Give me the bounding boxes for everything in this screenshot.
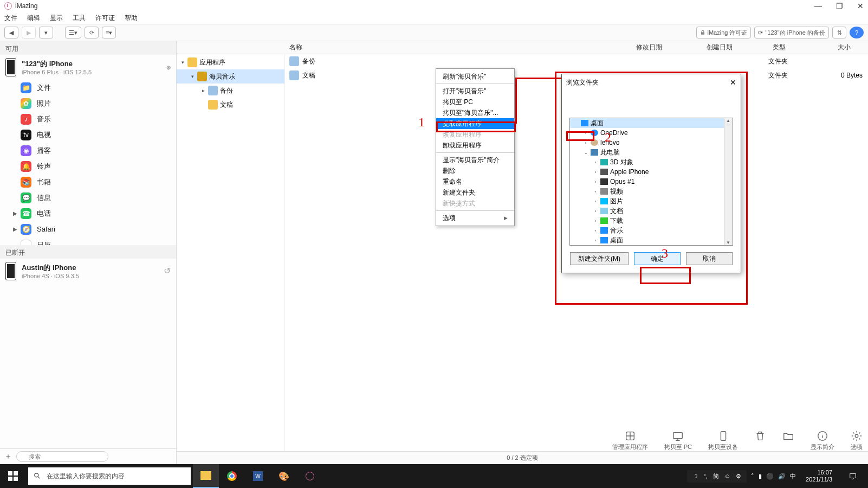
nav-icon: 🧭	[21, 224, 31, 235]
sidebar-search-input[interactable]	[16, 451, 108, 462]
sidebar-item-3[interactable]: tv电视	[0, 127, 176, 143]
cancel-button[interactable]: 取消	[686, 252, 733, 265]
tree-root-apps[interactable]: ▾ 应用程序	[177, 55, 284, 69]
expand-icon: ▶	[13, 226, 17, 232]
taskbar-word[interactable]: W	[245, 464, 271, 488]
manage-apps-button[interactable]: 管理应用程序	[612, 430, 648, 451]
ctx-item[interactable]: 删除	[436, 165, 514, 176]
folder-tree-item[interactable]: ›lenovo	[570, 138, 733, 147]
notification-button[interactable]	[842, 464, 864, 488]
expand-icon: ›	[593, 160, 598, 165]
sidebar-item-7[interactable]: 💬信息	[0, 190, 176, 206]
folder-tree-item[interactable]: ›视频	[570, 187, 733, 196]
ctx-item[interactable]: 刷新"海贝音乐"	[436, 71, 514, 82]
close-button[interactable]: ✕	[857, 2, 864, 10]
copy-to-pc-button[interactable]: 拷贝至 PC	[664, 430, 692, 451]
col-type[interactable]: 类型	[768, 43, 833, 52]
menu-help[interactable]: 帮助	[125, 14, 138, 23]
sidebar-item-8[interactable]: ▶☎电话	[0, 206, 176, 221]
ctx-item[interactable]: 提取应用程序	[436, 118, 514, 129]
delete-button[interactable]	[754, 430, 766, 451]
folder-tree-item[interactable]: ›桌面	[570, 235, 733, 245]
nav-label: 播客	[37, 146, 51, 156]
new-folder-button[interactable]: 新建文件夹(M)	[570, 252, 629, 265]
sidebar-item-4[interactable]: ◉播客	[0, 143, 176, 158]
device-austin-iphone[interactable]: Austin的 iPhone iPhone 4S · iOS 9.3.5 ↺	[0, 259, 176, 284]
tree-app-haibei[interactable]: ▾ 海贝音乐	[177, 69, 284, 84]
minimize-button[interactable]: —	[814, 2, 822, 10]
sidebar-item-6[interactable]: 📚书籍	[0, 174, 176, 190]
ctx-item[interactable]: 拷贝至"海贝音乐"...	[436, 107, 514, 118]
ctx-item[interactable]: 新建文件夹	[436, 187, 514, 198]
menu-view[interactable]: 显示	[50, 14, 63, 23]
sidebar-item-2[interactable]: ♪音乐	[0, 111, 176, 127]
sort-button[interactable]: ≡▾	[102, 27, 116, 38]
file-row[interactable]: 备份文件夹	[285, 54, 868, 68]
tree-backup[interactable]: ▸ 备份	[177, 84, 284, 98]
folder-tree-item[interactable]: ›OneDrive	[570, 128, 733, 138]
backup-of-device-button[interactable]: ⟳"123"的 iPhone 的备份	[754, 27, 829, 38]
folder-tree-item[interactable]: ›3D 对象	[570, 157, 733, 167]
taskbar-explorer[interactable]	[193, 464, 219, 488]
options-button[interactable]: 选项	[851, 430, 863, 451]
annotation-number-2: 2	[605, 130, 611, 145]
license-button[interactable]: iMazing 许可证	[696, 27, 752, 38]
menu-edit[interactable]: 编辑	[27, 14, 40, 23]
taskbar-clock[interactable]: 16:07 2021/11/3	[800, 469, 838, 483]
device-123-iphone[interactable]: "123"的 iPhone iPhone 6 Plus · iOS 12.5.5…	[0, 55, 176, 80]
col-cdate[interactable]: 创建日期	[702, 43, 768, 52]
folder-tree-item[interactable]: ⌄此电脑	[570, 147, 733, 157]
nav-icon: 4	[21, 240, 31, 245]
scrollbar[interactable]	[724, 118, 733, 245]
ctx-item[interactable]: 显示"海贝音乐"简介	[436, 155, 514, 165]
folder-tree-item[interactable]: ›Apple iPhone	[570, 167, 733, 177]
col-size[interactable]: 大小	[833, 43, 868, 52]
col-mdate[interactable]: 修改日期	[632, 43, 702, 52]
sidebar-item-0[interactable]: 📁文件	[0, 80, 176, 95]
dialog-close-button[interactable]: ✕	[730, 78, 736, 87]
folder-button[interactable]	[782, 430, 794, 451]
sidebar-item-5[interactable]: 🔔铃声	[0, 158, 176, 174]
menu-license[interactable]: 许可证	[95, 14, 115, 23]
transfer-button[interactable]: ⇅	[832, 27, 846, 38]
maximize-button[interactable]: ❐	[836, 2, 843, 10]
folder-tree-item[interactable]: 桌面	[570, 118, 733, 128]
show-info-button[interactable]: 显示简介	[811, 430, 834, 451]
ctx-item[interactable]: 选项▶	[436, 213, 514, 223]
forward-button[interactable]: ▶	[22, 27, 36, 38]
ime-bar[interactable]: ☽ °, 简 ☺ ⚙	[687, 470, 747, 483]
nav-icon: ◉	[21, 145, 31, 156]
tree-docs[interactable]: 文稿	[177, 98, 284, 112]
ok-button[interactable]: 确定	[634, 252, 681, 265]
expand-icon: ›	[593, 179, 598, 184]
list-view-button[interactable]: ☰▾	[65, 27, 81, 38]
add-button[interactable]: ＋	[4, 452, 12, 461]
ctx-item[interactable]: 卸载应用程序	[436, 140, 514, 151]
taskbar-imazing[interactable]	[297, 464, 323, 488]
folder-tree-item[interactable]: ›文档	[570, 206, 733, 216]
ctx-item[interactable]: 拷贝至 PC	[436, 97, 514, 107]
taskbar-paint[interactable]: 🎨	[271, 464, 297, 488]
sidebar-item-10[interactable]: 4日历	[0, 237, 176, 245]
start-button[interactable]	[0, 464, 26, 488]
taskbar-search[interactable]: 在这里输入你要搜索的内容	[28, 467, 191, 485]
menu-tools[interactable]: 工具	[73, 14, 86, 23]
tray-lang[interactable]: 中	[790, 472, 796, 480]
col-name[interactable]: 名称	[285, 43, 632, 52]
copy-to-device-button[interactable]: 拷贝至设备	[708, 430, 738, 451]
folder-tree-item[interactable]: ›音乐	[570, 226, 733, 235]
up-button[interactable]: ▾	[39, 27, 53, 38]
folder-tree-item[interactable]: ›图片	[570, 196, 733, 206]
ctx-item[interactable]: 打开"海贝音乐"	[436, 86, 514, 97]
sidebar-item-9[interactable]: ▶🧭Safari	[0, 221, 176, 237]
menu-file[interactable]: 文件	[4, 14, 17, 23]
taskbar-chrome[interactable]	[219, 464, 245, 488]
folder-tree-item[interactable]: ›Opus #1	[570, 177, 733, 187]
refresh-button[interactable]: ⟳	[85, 27, 99, 38]
folder-tree-item[interactable]: ›下载	[570, 216, 733, 226]
back-button[interactable]: ◀	[4, 27, 18, 38]
sidebar-item-1[interactable]: ✿照片	[0, 95, 176, 111]
help-button[interactable]: ?	[850, 27, 864, 38]
tray-chevron-icon[interactable]: ˄	[751, 473, 754, 480]
ctx-item[interactable]: 重命名	[436, 176, 514, 187]
